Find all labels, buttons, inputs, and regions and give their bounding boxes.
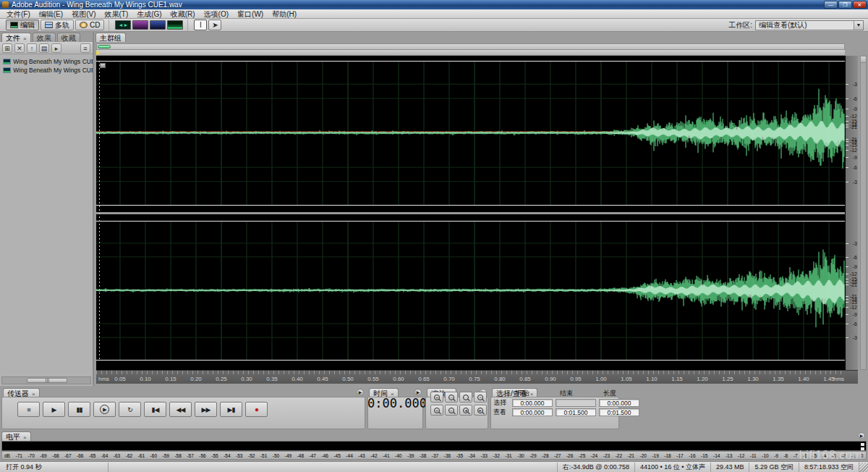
- menu-item[interactable]: 视图(V): [67, 9, 100, 19]
- playhead-marker-icon[interactable]: [96, 51, 101, 55]
- play-looped-button[interactable]: ▶: [93, 402, 116, 417]
- fast-forward-button[interactable]: ▶▶: [195, 402, 217, 417]
- vertical-scrollbar[interactable]: [860, 56, 867, 370]
- chevron-down-icon[interactable]: ▼: [854, 21, 863, 30]
- zoom-out-vertical-button[interactable]: −: [445, 405, 458, 416]
- waveform-channel-right[interactable]: [96, 221, 845, 360]
- tab-effects[interactable]: 效果: [33, 33, 56, 42]
- multitrack-view-button[interactable]: 多轨: [41, 20, 74, 30]
- zoom-to-left-edge-button[interactable]: ◂: [459, 405, 472, 416]
- db-ruler-tick: [846, 285, 848, 285]
- open-file-icon[interactable]: ⊞: [2, 43, 12, 53]
- scrollbar-thumb[interactable]: [27, 378, 67, 383]
- panel-menu-icon[interactable]: ▶: [414, 389, 422, 395]
- time-display: 0:00.000: [367, 396, 423, 410]
- view-start-field[interactable]: 0:00.000: [512, 408, 553, 416]
- zoom-to-right-edge-button[interactable]: ▸: [474, 405, 487, 416]
- zoom-scrollbar-thumb[interactable]: [98, 45, 111, 49]
- waveform-display-button[interactable]: ◄►: [115, 20, 131, 30]
- menu-item[interactable]: 效果(T): [100, 9, 132, 19]
- edit-view-button-label: 编辑: [20, 20, 35, 30]
- spectral-phase-display-button[interactable]: [167, 20, 183, 30]
- menu-item[interactable]: 生成(G): [132, 9, 166, 19]
- spectral-frequency-display-button[interactable]: [132, 20, 148, 30]
- zoom-to-right-edge-icon: ▸: [477, 408, 483, 413]
- level-meter[interactable]: [1, 441, 867, 451]
- selection-handle-icon[interactable]: [100, 63, 106, 68]
- db-ruler-tick: [846, 279, 848, 279]
- edit-view-button[interactable]: 编辑: [6, 20, 39, 30]
- tab-files[interactable]: 文件×: [1, 33, 31, 42]
- close-icon[interactable]: ×: [23, 35, 27, 42]
- file-list-item[interactable]: Wing Beneath My Wings CUE1: [0, 57, 93, 65]
- waveform-channel-left[interactable]: [96, 61, 845, 205]
- close-file-icon[interactable]: ✕: [14, 43, 25, 53]
- workspace-value: 编辑查看(默认): [759, 20, 807, 30]
- play-file-icon[interactable]: ▸: [51, 43, 61, 53]
- panel-menu-icon[interactable]: ▶: [357, 389, 364, 395]
- menu-item[interactable]: 收藏(R): [166, 9, 200, 19]
- view-length-field[interactable]: 0:01.500: [599, 408, 639, 416]
- zoom-in-horizontal-button[interactable]: +: [430, 392, 443, 403]
- close-button[interactable]: ✕: [853, 1, 867, 9]
- rewind-button[interactable]: ◀◀: [169, 402, 192, 417]
- level-scale-label: -18: [664, 452, 671, 459]
- workspace-dropdown[interactable]: 编辑查看(默认) ▼: [755, 20, 864, 30]
- tab-favorites[interactable]: 收藏: [57, 33, 80, 42]
- pause-button[interactable]: ▮▮: [68, 402, 90, 417]
- selection-start-field[interactable]: 0:00.000: [512, 399, 553, 407]
- horizontal-zoom-scrollbar[interactable]: [96, 43, 845, 50]
- maximize-button[interactable]: ❐: [838, 1, 852, 9]
- menu-item[interactable]: 编辑(E): [35, 9, 67, 19]
- stop-button[interactable]: ■: [17, 402, 40, 417]
- zoom-in-vertical-button[interactable]: +: [430, 405, 443, 416]
- file-list-item[interactable]: Wing Beneath My Wings CUE2: [0, 66, 93, 74]
- menu-item[interactable]: 文件(F): [2, 9, 35, 19]
- menu-item[interactable]: 窗口(W): [233, 9, 268, 19]
- go-to-beginning-button[interactable]: ▮◀: [144, 402, 166, 417]
- zoom-to-selection-button[interactable]: ▫: [474, 392, 487, 403]
- title-bar[interactable]: Adobe Audition - Wing Beneath My Wings C…: [0, 0, 868, 9]
- menu-item[interactable]: 选项(O): [200, 9, 233, 19]
- amplitude-ruler[interactable]: -3-3-6-6-9-9-12-12-15-15-18-18-21-21-3-3…: [845, 56, 858, 370]
- level-scale-label: -38: [420, 452, 426, 459]
- files-horizontal-scrollbar[interactable]: [1, 376, 91, 384]
- timeline-ruler[interactable]: hms0.050.100.150.200.250.300.350.400.450…: [96, 370, 858, 384]
- panel-menu-icon[interactable]: ▶: [858, 432, 865, 439]
- loop-button[interactable]: ↻: [119, 402, 141, 417]
- tab-main-group[interactable]: 主群组: [95, 33, 126, 42]
- menu-item[interactable]: 帮助(H): [268, 9, 301, 19]
- files-panel: 文件×效果收藏 ⊞✕↑▤▸≡ Wing Beneath My Wings CUE…: [0, 32, 94, 386]
- go-to-end-button[interactable]: ▶▮: [220, 402, 242, 417]
- import-file-icon[interactable]: ↑: [27, 43, 37, 53]
- db-ruler-tick: [846, 266, 848, 267]
- sort-icon[interactable]: ≡: [80, 43, 90, 53]
- selection-view-table: 开始 结束 长度 选择 0:00.000 0:00.000 查看 0:00.00…: [493, 389, 642, 417]
- minimize-button[interactable]: —: [824, 1, 838, 9]
- play-button[interactable]: ▶: [43, 402, 65, 417]
- db-ruler-tick: [846, 296, 848, 297]
- selection-length-field[interactable]: 0:00.000: [599, 399, 639, 407]
- insert-multitrack-icon[interactable]: ▤: [39, 43, 49, 53]
- pause-icon: ▮▮: [77, 406, 82, 413]
- selection-end-field[interactable]: [556, 399, 596, 407]
- timeline-tick-label: 1.00: [595, 376, 607, 382]
- tab-level[interactable]: 电平×: [1, 431, 31, 441]
- timeline-tick-label: 1.15: [671, 376, 683, 382]
- record-button[interactable]: ●: [245, 402, 268, 417]
- zoom-out-full-button[interactable]: [459, 392, 472, 403]
- waveform-display[interactable]: -3-3-6-6-9-9-12-12-15-15-18-18-21-21-3-3…: [96, 56, 858, 370]
- marker-strip[interactable]: [96, 50, 845, 56]
- cd-view-button[interactable]: CD: [75, 20, 104, 30]
- level-scale-label: -19: [652, 452, 658, 459]
- resize-grip[interactable]: [859, 463, 868, 472]
- zoom-out-horizontal-button[interactable]: −: [445, 392, 458, 403]
- close-icon[interactable]: ×: [23, 434, 27, 441]
- view-end-field[interactable]: 0:01.500: [556, 408, 596, 416]
- spectral-pan-display-button[interactable]: [150, 20, 166, 30]
- channel-divider[interactable]: [96, 212, 845, 214]
- zoom-in-horizontal-icon: +: [434, 395, 440, 400]
- scrub-tool-button[interactable]: ➤: [208, 20, 221, 30]
- level-scale-label: -50: [273, 452, 279, 459]
- time-selection-tool-button[interactable]: I: [194, 20, 207, 30]
